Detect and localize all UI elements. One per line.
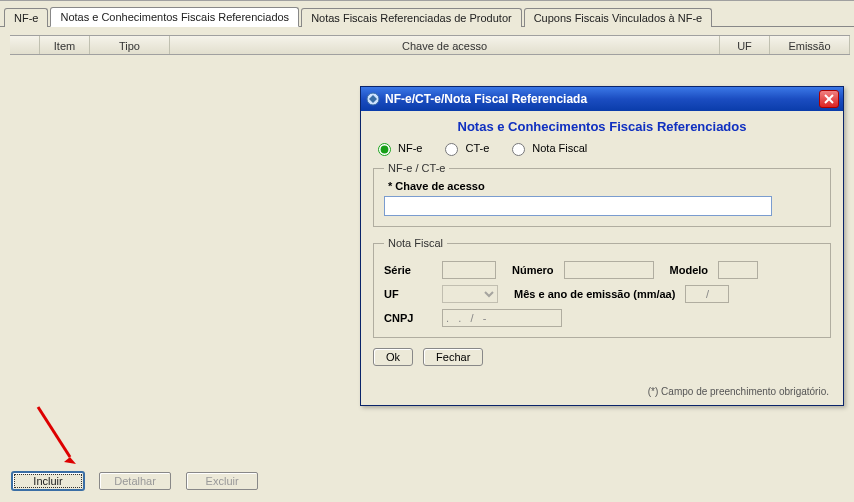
- modelo-label: Modelo: [670, 264, 709, 276]
- serie-label: Série: [384, 264, 432, 276]
- numero-label: Número: [512, 264, 554, 276]
- dialog-heading: Notas e Conhecimentos Fiscais Referencia…: [373, 119, 831, 134]
- radio-nota-fiscal[interactable]: Nota Fiscal: [507, 140, 587, 156]
- tab-row: NF-e Notas e Conhecimentos Fiscais Refer…: [4, 5, 854, 27]
- grid-header: Item Tipo Chave de acesso UF Emissão: [10, 35, 850, 55]
- mes-ano-input: [685, 285, 729, 303]
- grid-col-item[interactable]: Item: [40, 36, 90, 54]
- tab-notas-referenciados[interactable]: Notas e Conhecimentos Fiscais Referencia…: [50, 7, 299, 27]
- app-root: NF-e Notas e Conhecimentos Fiscais Refer…: [0, 0, 854, 502]
- button-bar: Incluir Detalhar Excluir: [12, 472, 270, 490]
- uf-select: [442, 285, 498, 303]
- chave-acesso-input[interactable]: [384, 196, 772, 216]
- dialog-titlebar[interactable]: NF-e/CT-e/Nota Fiscal Referenciada: [361, 87, 843, 111]
- tab-produtor[interactable]: Notas Fiscais Referenciadas de Produtor: [301, 8, 522, 27]
- mes-ano-label: Mês e ano de emissão (mm/aa): [514, 288, 675, 300]
- radio-nota-fiscal-input[interactable]: [512, 143, 525, 156]
- radio-nfe[interactable]: NF-e: [373, 140, 422, 156]
- grid-col-spacer: [10, 36, 40, 54]
- grid-col-uf[interactable]: UF: [720, 36, 770, 54]
- radio-cte-label: CT-e: [465, 142, 489, 154]
- radio-nfe-label: NF-e: [398, 142, 422, 154]
- radio-group-tipo: NF-e CT-e Nota Fiscal: [373, 140, 831, 156]
- grid-col-emissao[interactable]: Emissão: [770, 36, 850, 54]
- grid-col-tipo[interactable]: Tipo: [90, 36, 170, 54]
- group-nota-fiscal: Nota Fiscal Série Número Modelo UF Mês e…: [373, 237, 831, 338]
- dialog-title: NF-e/CT-e/Nota Fiscal Referenciada: [385, 92, 819, 106]
- dialog-footnote: (*) Campo de preenchimento obrigatório.: [648, 386, 829, 397]
- close-icon: [824, 94, 834, 104]
- radio-nfe-input[interactable]: [378, 143, 391, 156]
- numero-input: [564, 261, 654, 279]
- cnpj-label: CNPJ: [384, 312, 432, 324]
- radio-cte-input[interactable]: [445, 143, 458, 156]
- group-nota-fiscal-legend: Nota Fiscal: [384, 237, 447, 249]
- dialog-body: Notas e Conhecimentos Fiscais Referencia…: [361, 111, 843, 405]
- group-nfe-cte-legend: NF-e / CT-e: [384, 162, 449, 174]
- incluir-button[interactable]: Incluir: [12, 472, 84, 490]
- dialog-nfe-cte-nota-fiscal: NF-e/CT-e/Nota Fiscal Referenciada Notas…: [360, 86, 844, 406]
- group-nfe-cte: NF-e / CT-e * Chave de acesso: [373, 162, 831, 227]
- radio-cte[interactable]: CT-e: [440, 140, 489, 156]
- cnpj-input: [442, 309, 562, 327]
- close-button[interactable]: [819, 90, 839, 108]
- fechar-button[interactable]: Fechar: [423, 348, 483, 366]
- svg-marker-1: [64, 457, 76, 464]
- chave-acesso-label: * Chave de acesso: [388, 180, 820, 192]
- serie-input: [442, 261, 496, 279]
- detalhar-button[interactable]: Detalhar: [99, 472, 171, 490]
- ok-button[interactable]: Ok: [373, 348, 413, 366]
- radio-nota-fiscal-label: Nota Fiscal: [532, 142, 587, 154]
- dialog-button-row: Ok Fechar: [373, 348, 831, 366]
- excluir-button[interactable]: Excluir: [186, 472, 258, 490]
- tab-nfe[interactable]: NF-e: [4, 8, 48, 27]
- uf-label: UF: [384, 288, 432, 300]
- tab-cupons[interactable]: Cupons Fiscais Vinculados à NF-e: [524, 8, 713, 27]
- grid-col-chave[interactable]: Chave de acesso: [170, 36, 720, 54]
- modelo-input: [718, 261, 758, 279]
- dialog-icon: [366, 92, 380, 106]
